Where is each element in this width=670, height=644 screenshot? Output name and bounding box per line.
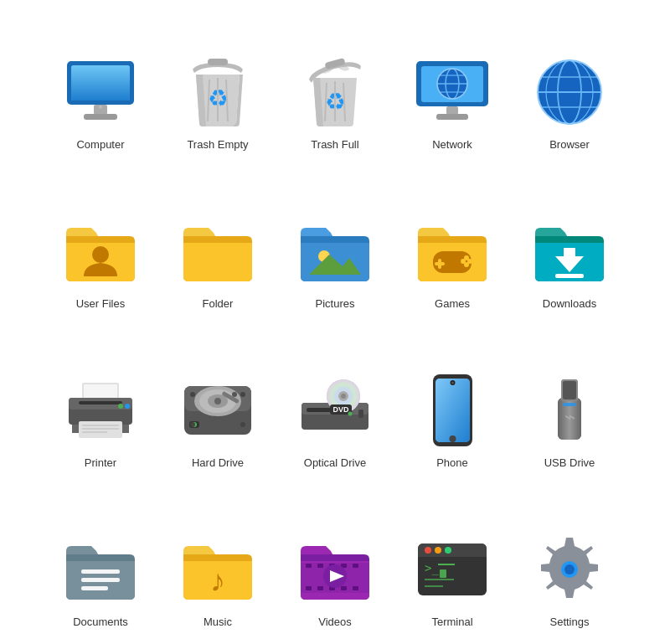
terminal-label: Terminal	[431, 616, 472, 628]
svg-point-53	[118, 404, 123, 409]
pictures-icon-item[interactable]: Pictures	[276, 176, 394, 327]
svg-point-85	[348, 412, 353, 416]
printer-label: Printer	[85, 456, 116, 469]
network-icon	[415, 54, 490, 130]
games-icon	[415, 214, 490, 289]
svg-point-71	[190, 392, 195, 397]
svg-point-45	[464, 255, 469, 260]
phone-icon	[415, 373, 490, 448]
svg-point-91	[451, 382, 454, 384]
svg-point-81	[341, 394, 346, 399]
settings-icon-item[interactable]: Settings	[511, 494, 628, 644]
svg-text:DVD: DVD	[332, 405, 349, 414]
svg-rect-123	[425, 579, 454, 580]
network-label: Network	[432, 138, 472, 151]
hard-drive-label: Hard Drive	[192, 456, 244, 469]
svg-rect-112	[353, 586, 358, 590]
svg-point-44	[464, 262, 469, 267]
svg-rect-109	[317, 586, 323, 590]
videos-label: Videos	[318, 616, 352, 628]
svg-rect-100	[81, 586, 108, 590]
folder-icon-item[interactable]: Folder	[159, 176, 276, 327]
svg-rect-111	[341, 586, 347, 590]
svg-point-118	[425, 547, 431, 554]
trash-empty-icon-item[interactable]: ♻ Trash Empty	[159, 17, 276, 167]
svg-rect-27	[446, 106, 458, 115]
browser-icon	[532, 54, 607, 130]
network-icon-item[interactable]: Network	[394, 17, 511, 167]
svg-rect-97	[563, 403, 576, 406]
user-files-icon-item[interactable]: User Files	[42, 176, 159, 327]
svg-point-5	[99, 106, 102, 109]
usb-drive-icon-item[interactable]: ⌁ USB Drive	[511, 335, 628, 486]
svg-text:>_: >_	[425, 561, 439, 575]
music-icon-item[interactable]: ♪ Music	[159, 494, 276, 644]
svg-rect-47	[555, 274, 584, 278]
svg-rect-125	[440, 569, 446, 578]
svg-rect-4	[84, 114, 117, 120]
trash-full-icon: ♻	[297, 54, 373, 130]
phone-label: Phone	[436, 456, 468, 469]
pictures-icon	[297, 214, 373, 289]
downloads-icon-item[interactable]: Downloads	[511, 176, 628, 327]
svg-text:♪: ♪	[210, 564, 225, 598]
videos-icon-item[interactable]: Videos	[276, 494, 394, 644]
optical-drive-icon: DVD	[297, 373, 373, 448]
svg-rect-58	[82, 431, 107, 433]
hard-drive-icon-item[interactable]: Hard Drive	[159, 335, 276, 486]
svg-point-66	[214, 398, 221, 404]
music-icon: ♪	[180, 532, 255, 607]
user-files-label: User Files	[76, 297, 126, 310]
downloads-label: Downloads	[543, 297, 596, 310]
trash-empty-label: Trash Empty	[187, 138, 248, 151]
usb-drive-icon: ⌁	[532, 373, 607, 448]
svg-point-36	[92, 246, 109, 263]
svg-point-120	[445, 547, 451, 554]
svg-point-72	[240, 392, 245, 397]
user-files-icon	[63, 214, 138, 289]
svg-point-74	[240, 422, 245, 427]
svg-rect-49	[84, 384, 117, 399]
svg-rect-95	[563, 381, 576, 399]
svg-rect-2	[71, 65, 130, 100]
icon-grid: Computer ♻ Trash Empty	[25, 0, 645, 644]
hard-drive-icon	[180, 373, 255, 448]
svg-rect-99	[81, 578, 120, 582]
svg-point-130	[564, 564, 575, 574]
svg-rect-122	[438, 564, 455, 565]
documents-icon-item[interactable]: Documents	[42, 494, 159, 644]
svg-rect-28	[436, 114, 468, 120]
svg-rect-98	[81, 569, 120, 574]
svg-text:⌁: ⌁	[564, 406, 575, 427]
games-icon-item[interactable]: Games	[394, 176, 511, 327]
optical-drive-icon-item[interactable]: DVD Optical Drive	[276, 335, 394, 486]
svg-rect-124	[425, 585, 443, 587]
svg-point-89	[449, 435, 456, 442]
terminal-icon-item[interactable]: >_ Terminal	[394, 494, 511, 644]
svg-point-68	[232, 392, 237, 397]
optical-drive-label: Optical Drive	[304, 456, 366, 469]
svg-rect-57	[82, 428, 119, 430]
folder-label: Folder	[203, 297, 234, 310]
svg-rect-59	[72, 425, 79, 433]
svg-rect-108	[306, 586, 312, 590]
games-label: Games	[435, 297, 470, 310]
svg-point-119	[435, 547, 441, 554]
svg-point-73	[190, 422, 195, 427]
computer-label: Computer	[76, 138, 124, 151]
downloads-icon	[532, 214, 607, 289]
svg-rect-41	[435, 262, 445, 265]
pictures-label: Pictures	[316, 297, 355, 310]
documents-label: Documents	[73, 616, 128, 628]
browser-icon-item[interactable]: Browser	[511, 17, 628, 167]
phone-icon-item[interactable]: Phone	[394, 335, 511, 486]
printer-icon-item[interactable]: Printer	[42, 335, 159, 486]
svg-rect-52	[79, 401, 122, 404]
svg-rect-56	[82, 425, 119, 426]
svg-rect-88	[436, 379, 470, 442]
computer-icon-item[interactable]: Computer	[42, 17, 159, 167]
browser-label: Browser	[549, 138, 590, 151]
trash-full-icon-item[interactable]: ♻ Trash Full	[276, 17, 394, 167]
terminal-icon: >_	[415, 532, 490, 607]
svg-rect-103	[306, 564, 312, 568]
